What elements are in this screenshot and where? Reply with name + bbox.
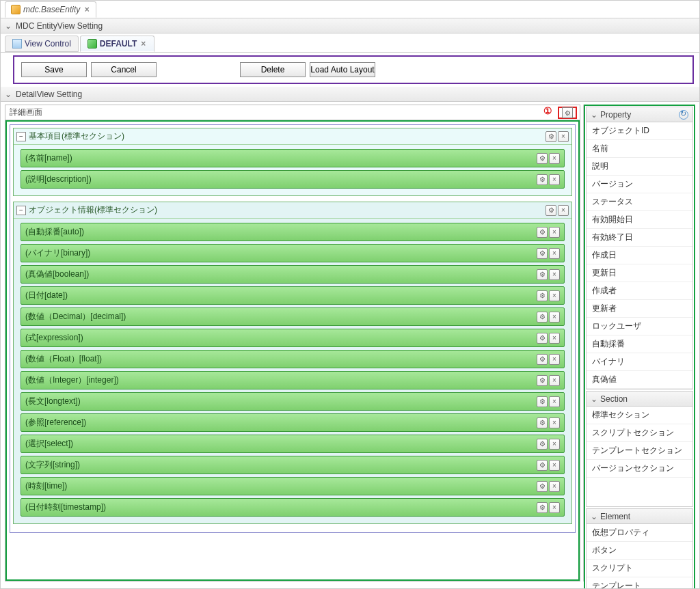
list-item[interactable]: 更新日: [587, 264, 692, 282]
delete-icon[interactable]: ×: [549, 333, 560, 344]
layout-item[interactable]: (文字列[string])⚙×: [21, 456, 565, 474]
list-item[interactable]: 名前: [587, 140, 692, 158]
tab-view-control[interactable]: View Control: [5, 36, 79, 52]
section-entity-view-header[interactable]: ⌄ MDC EntityView Setting: [1, 18, 699, 33]
delete-icon[interactable]: ×: [558, 131, 569, 142]
delete-icon[interactable]: ×: [549, 502, 560, 513]
list-item[interactable]: 標準セクション: [587, 407, 692, 424]
gear-icon[interactable]: ⚙: [537, 439, 548, 450]
refresh-icon[interactable]: [679, 110, 688, 120]
layout-item[interactable]: (真偽値[boolean])⚙×: [21, 265, 565, 284]
layout-item[interactable]: (日付[date])⚙×: [21, 286, 565, 305]
layout-item[interactable]: (数値（Decimal）[decimal])⚙×: [21, 307, 565, 326]
list-item[interactable]: オブジェクトID: [587, 122, 692, 140]
delete-icon[interactable]: ×: [549, 227, 560, 238]
list-item[interactable]: バージョン: [587, 176, 692, 193]
delete-icon[interactable]: ×: [558, 205, 569, 216]
collapse-toggle-icon[interactable]: −: [16, 206, 26, 215]
delete-icon[interactable]: ×: [549, 460, 560, 471]
layout-item[interactable]: (長文[longtext])⚙×: [21, 392, 565, 411]
close-icon[interactable]: ×: [83, 5, 90, 14]
layout-item[interactable]: (名前[name])⚙×: [21, 149, 565, 167]
delete-icon[interactable]: ×: [549, 269, 560, 280]
list-item[interactable]: 有効終了日: [587, 229, 692, 247]
layout-item[interactable]: (バイナリ[binary])⚙×: [21, 244, 565, 262]
delete-icon[interactable]: ×: [549, 439, 560, 450]
delete-button[interactable]: Delete: [240, 62, 306, 77]
gear-icon[interactable]: ⚙: [546, 131, 556, 142]
layout-item[interactable]: (日付時刻[timestamp])⚙×: [21, 498, 565, 517]
delete-icon[interactable]: ×: [549, 417, 560, 428]
list-item[interactable]: 有効開始日: [587, 211, 692, 229]
gear-icon[interactable]: ⚙: [537, 396, 548, 407]
delete-icon[interactable]: ×: [549, 396, 560, 407]
delete-icon[interactable]: ×: [549, 375, 560, 386]
list-item[interactable]: テンプレート: [587, 577, 692, 588]
section-detail-view-header[interactable]: ⌄ DetailView Setting: [1, 87, 699, 102]
panel-header[interactable]: ⌄ Section: [587, 392, 692, 407]
layout-item[interactable]: (自動採番[auto])⚙×: [21, 223, 565, 241]
gear-icon[interactable]: ⚙: [537, 248, 548, 259]
layout-section[interactable]: −オブジェクト情報(標準セクション)⚙×(自動採番[auto])⚙×(バイナリ[…: [13, 202, 572, 524]
list-item[interactable]: テンプレートセクション: [587, 442, 692, 460]
gear-icon[interactable]: ⚙: [537, 153, 548, 164]
list-item[interactable]: 作成日: [587, 247, 692, 264]
gear-icon[interactable]: ⚙: [546, 205, 556, 216]
delete-icon[interactable]: ×: [549, 290, 560, 301]
canvas-body[interactable]: −基本項目(標準セクション)⚙×(名前[name])⚙×(説明[descript…: [5, 120, 580, 581]
layout-item[interactable]: (説明[description])⚙×: [21, 170, 565, 189]
gear-icon[interactable]: ⚙: [537, 354, 548, 365]
close-icon[interactable]: ×: [139, 39, 147, 49]
list-item[interactable]: 真偽値: [587, 371, 692, 389]
list-item[interactable]: スクリプトセクション: [587, 424, 692, 442]
layout-item[interactable]: (数値（Float）[float])⚙×: [21, 350, 565, 368]
list-item[interactable]: 自動採番: [587, 335, 692, 353]
tab-default[interactable]: DEFAULT ×: [80, 36, 154, 52]
delete-icon[interactable]: ×: [549, 248, 560, 259]
save-button[interactable]: Save: [21, 62, 87, 77]
delete-icon[interactable]: ×: [549, 174, 560, 185]
delete-icon[interactable]: ×: [549, 312, 560, 323]
list-item[interactable]: ボタン: [587, 542, 692, 560]
panel-header[interactable]: ⌄ Property: [587, 107, 692, 122]
panel-header[interactable]: ⌄ Element: [587, 509, 692, 524]
list-item[interactable]: 仮想プロパティ: [587, 524, 692, 542]
gear-icon[interactable]: ⚙: [537, 333, 548, 344]
list-item[interactable]: ステータス: [587, 193, 692, 211]
delete-icon[interactable]: ×: [549, 481, 560, 492]
gear-icon[interactable]: ⚙: [537, 269, 548, 280]
layout-item[interactable]: (時刻[time])⚙×: [21, 477, 565, 495]
gear-icon[interactable]: ⚙: [537, 417, 548, 428]
layout-item[interactable]: (選択[select])⚙×: [21, 435, 565, 453]
list-item[interactable]: ロックユーザ: [587, 318, 692, 335]
load-auto-layout-button[interactable]: Load Auto Layout: [310, 62, 375, 77]
gear-icon[interactable]: ⚙: [537, 174, 548, 185]
list-item[interactable]: バージョンセクション: [587, 460, 692, 478]
layout-item[interactable]: (数値（Integer）[integer])⚙×: [21, 371, 565, 389]
gear-icon[interactable]: ⚙: [562, 107, 573, 118]
gear-icon[interactable]: ⚙: [537, 481, 548, 492]
layout-section[interactable]: −基本項目(標準セクション)⚙×(名前[name])⚙×(説明[descript…: [13, 128, 572, 196]
list-item[interactable]: 説明: [587, 158, 692, 176]
file-tab-base-entity[interactable]: mdc.BaseEntity ×: [5, 1, 96, 18]
gear-icon[interactable]: ⚙: [537, 502, 548, 513]
list-item[interactable]: スクリプト: [587, 560, 692, 577]
layout-item[interactable]: (参照[reference])⚙×: [21, 413, 565, 432]
tab-label: View Control: [25, 39, 71, 49]
delete-icon[interactable]: ×: [549, 153, 560, 164]
layout-item[interactable]: (式[expression])⚙×: [21, 329, 565, 347]
collapse-toggle-icon[interactable]: −: [16, 132, 26, 141]
gear-icon[interactable]: ⚙: [537, 375, 548, 386]
gear-icon[interactable]: ⚙: [537, 312, 548, 323]
list-item[interactable]: バイナリ: [587, 353, 692, 371]
list-item[interactable]: 更新者: [587, 300, 692, 318]
cancel-button[interactable]: Cancel: [91, 62, 157, 77]
gear-icon[interactable]: ⚙: [537, 460, 548, 471]
delete-icon[interactable]: ×: [549, 354, 560, 365]
section-list[interactable]: 標準セクションスクリプトセクションテンプレートセクションバージョンセクション: [587, 407, 692, 478]
gear-icon[interactable]: ⚙: [537, 227, 548, 238]
list-item[interactable]: 作成者: [587, 282, 692, 300]
gear-icon[interactable]: ⚙: [537, 290, 548, 301]
element-list[interactable]: 仮想プロパティボタンスクリプトテンプレート: [587, 524, 692, 588]
property-list[interactable]: オブジェクトID名前説明バージョンステータス有効開始日有効終了日作成日更新日作成…: [587, 122, 692, 389]
